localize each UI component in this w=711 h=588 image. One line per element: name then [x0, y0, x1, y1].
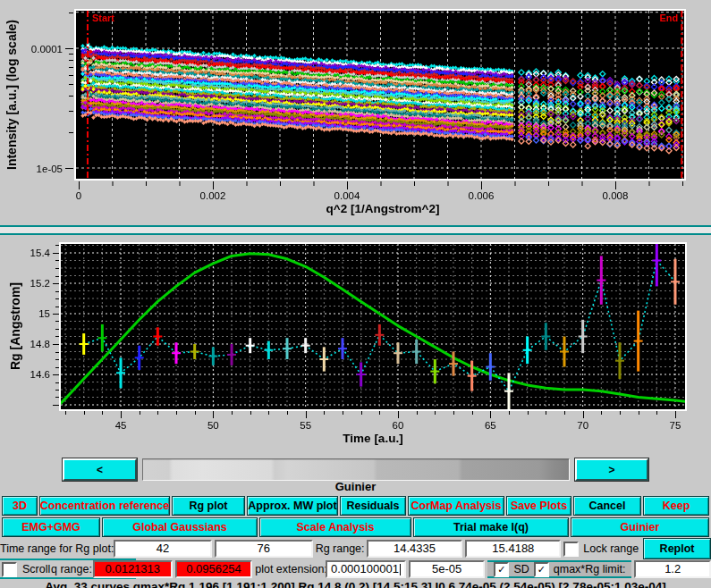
rg-range-max-field[interactable]: 15.4188 — [465, 540, 561, 558]
scroll-label: Scroll — [22, 563, 50, 575]
approx-mw-plot-button[interactable]: Approx. MW plot — [247, 496, 338, 516]
top-plot-x-axis-label: q^2 [1/Angstrom^2] — [79, 202, 687, 215]
time-range-min-field[interactable]: 42 — [114, 540, 212, 558]
residuals-button[interactable]: Residuals — [340, 496, 406, 516]
time-range-max-field[interactable]: 76 — [215, 540, 313, 558]
sd-label: SD — [513, 563, 529, 575]
trial-make-iq-button[interactable]: Trial make I(q) — [413, 517, 569, 537]
rg-plot-section: Rg [Angstrom] Time [a.u.] — [0, 235, 711, 453]
sd-qmaxrg-panel: SD qmax*Rg limit: — [487, 560, 631, 578]
button-row-2: EMG+GMG Global Gaussians Scale Analysis … — [0, 517, 711, 537]
guinier-intensity-plot[interactable] — [0, 0, 711, 225]
qmax-rg-limit-label: qmax*Rg limit: — [554, 563, 626, 575]
save-plots-button[interactable]: Save Plots — [506, 496, 571, 516]
scale-analysis-button[interactable]: Scale Analysis — [259, 517, 411, 537]
rg-plot-button[interactable]: Rg plot — [172, 496, 245, 516]
guinier-plot-section: Intensity [a.u.] (log scale) q^2 [1/Angs… — [0, 0, 711, 225]
scrollbar-trough[interactable] — [142, 458, 570, 481]
rg-range-min-field[interactable]: 14.4335 — [367, 540, 463, 558]
plot-extension-low-field[interactable]: 0.000100001 — [326, 560, 406, 578]
time-range-row: Time range for Rg plot: 42 76 Rg range: … — [0, 539, 711, 559]
guinier-analysis-window: Intensity [a.u.] (log scale) q^2 [1/Angs… — [0, 0, 711, 588]
bottom-plot-y-axis-label: Rg [Angstrom] — [5, 242, 25, 411]
scroll-checkbox[interactable] — [2, 562, 17, 577]
text-cursor — [400, 564, 401, 575]
lock-range-group: Lock range — [563, 542, 640, 557]
qmax-rg-limit-checkbox[interactable] — [534, 562, 549, 577]
cormap-analysis-button[interactable]: CorMap Analysis — [408, 496, 504, 516]
q-min-field[interactable]: 0.0121313 — [93, 560, 173, 578]
sd-checkbox[interactable] — [494, 562, 509, 577]
top-plot-y-axis-label: Intensity [a.u.] (log scale) — [2, 9, 21, 181]
scroll-left-button[interactable]: < — [63, 458, 137, 481]
status-bar: Avg. 33 curves qmax*Rg 1.196 [1.191:1.20… — [0, 579, 711, 588]
guinier-button[interactable]: Guinier — [571, 517, 709, 537]
3d-button[interactable]: 3D — [2, 496, 38, 516]
rg-range-label: Rg range: — [316, 542, 364, 555]
keep-button[interactable]: Keep — [643, 496, 709, 516]
qmax-rg-limit-field[interactable]: 1.2 — [634, 560, 711, 578]
scrollbar-caption: Guinier — [0, 481, 711, 494]
plot-separator — [0, 225, 711, 235]
plot-extension-high-field[interactable]: 5e-05 — [409, 560, 486, 578]
replot-button[interactable]: Replot — [643, 538, 711, 559]
time-range-label: Time range for Rg plot: — [0, 542, 111, 555]
concentration-reference-button[interactable]: Concentration reference — [39, 496, 170, 516]
q-max-field[interactable]: 0.0956254 — [175, 560, 253, 578]
plot-extension-label: plot extension: — [255, 563, 323, 575]
q-range-row: Scroll q range: 0.0121313 0.0956254 plot… — [0, 560, 711, 578]
scroll-right-button[interactable]: > — [575, 458, 648, 481]
scroll-group: Scroll — [0, 562, 48, 577]
q-range-label: q range: — [51, 563, 90, 575]
plot-extension-low-value: 0.000100001 — [331, 562, 399, 576]
bottom-plot-x-axis-label: Time [a.u.] — [59, 432, 687, 445]
global-gaussians-button[interactable]: Global Gaussians — [102, 517, 258, 537]
emg-gmg-button[interactable]: EMG+GMG — [2, 517, 100, 537]
button-row-1: 3D Concentration reference Rg plot Appro… — [0, 496, 711, 516]
cancel-button[interactable]: Cancel — [573, 496, 641, 516]
lock-range-checkbox[interactable] — [563, 542, 579, 557]
rg-vs-time-plot[interactable] — [0, 235, 711, 453]
frame-scrollbar: < > — [0, 458, 711, 481]
lock-range-label: Lock range — [583, 542, 639, 555]
